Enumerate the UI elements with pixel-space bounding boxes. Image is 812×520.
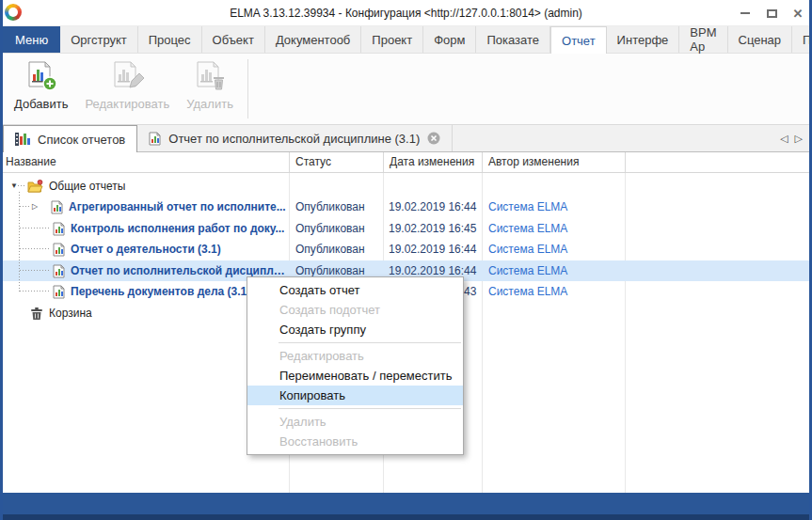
report-doc-icon: [51, 200, 63, 214]
column-header-date[interactable]: Дата изменения: [384, 152, 483, 172]
row-author-link[interactable]: Система ELMA: [483, 200, 626, 213]
tree-item-label: Перечень документов дела (3.1): [71, 285, 250, 298]
column-header-name[interactable]: Название: [0, 152, 290, 172]
row-author-link[interactable]: Система ELMA: [483, 264, 626, 277]
report-doc-icon: [53, 243, 65, 257]
maximize-icon: [767, 9, 777, 18]
report-doc-icon: [53, 222, 65, 236]
tab-otchet[interactable]: Отчет: [550, 26, 607, 54]
row-name-cell: ▼ Общие отчеты: [0, 176, 290, 197]
row-date: 19.02.2019 16:44: [384, 243, 483, 256]
column-header-status[interactable]: Статус: [290, 152, 384, 172]
add-button[interactable]: Добавить: [6, 54, 76, 124]
add-button-label: Добавить: [14, 97, 68, 111]
tab-nav: ◁ ▷: [780, 125, 803, 151]
title-bar: ELMA 3.13.12.39934 - Конфигурация <http:…: [0, 0, 812, 26]
tree-item-label: Отчет по исполнительской дисциплине (3.1…: [71, 264, 290, 277]
folder-icon: [27, 180, 43, 193]
tab-process[interactable]: Процес: [138, 26, 202, 53]
menu-item-create-subreport: Создать подотчет: [247, 300, 463, 320]
menu-item-create-group[interactable]: Создать группу: [247, 320, 463, 339]
row-date: 19.02.2019 16:45: [384, 222, 483, 235]
tab-form[interactable]: Форм: [423, 26, 476, 53]
expanded-arrow-icon[interactable]: ▼: [9, 181, 19, 191]
tab-nav-prev-icon[interactable]: ◁: [780, 133, 788, 145]
window-border-bottom: [0, 514, 812, 520]
menu-item-restore: Восстановить: [247, 432, 463, 451]
edit-button-label: Редактировать: [85, 97, 169, 111]
column-header-empty: [626, 152, 812, 172]
tree-item-label: Общие отчеты: [49, 180, 125, 193]
tree-item-label: Контроль исполнения работ по доку...: [71, 222, 284, 235]
tree-item-label: Отчет о деятельности (3.1): [71, 243, 221, 256]
table-header: Название Статус Дата изменения Автор изм…: [0, 152, 812, 173]
report-doc-icon: [149, 132, 161, 146]
row-status: Опубликован: [290, 222, 384, 235]
tree-line: [20, 291, 50, 292]
tree-row-report[interactable]: Контроль исполнения работ по доку... Опу…: [0, 218, 812, 239]
maximize-button[interactable]: [765, 7, 778, 20]
tab-dokumentoob[interactable]: Документооб: [265, 26, 361, 53]
status-bar: [0, 493, 812, 514]
menu-item-rename-move[interactable]: Переименовать / переместить: [247, 366, 463, 386]
tab-scenar[interactable]: Сценар: [728, 26, 793, 53]
minimize-button[interactable]: [739, 7, 752, 20]
tab-report-list-label: Список отчетов: [38, 133, 125, 147]
trash-icon: [30, 307, 43, 321]
row-date: 19.02.2019 16:44: [384, 264, 483, 277]
menu-item-delete: Удалить: [247, 412, 463, 432]
tab-report-discipline[interactable]: Отчет по исполнительской дисциплине (3.1…: [137, 125, 453, 151]
row-status: Опубликован: [290, 243, 384, 256]
edit-button[interactable]: Редактировать: [76, 54, 178, 124]
tab-object[interactable]: Объект: [202, 26, 265, 53]
tab-bpm-ar[interactable]: BPM Ар: [679, 26, 727, 53]
add-report-icon: [24, 60, 58, 92]
tree-item-label: Агрегированный отчет по исполните...: [69, 200, 286, 213]
tab-orgstrukt[interactable]: Оргструкт: [60, 26, 138, 53]
tab-report-discipline-label: Отчет по исполнительской дисциплине (3.1…: [168, 132, 420, 146]
row-name-cell: Отчет о деятельности (3.1): [0, 239, 290, 260]
menu-separator: [279, 342, 461, 343]
row-author-link[interactable]: Система ELMA: [483, 243, 626, 256]
menu-item-copy[interactable]: Копировать: [247, 386, 463, 405]
minimize-icon: [740, 12, 750, 14]
menu-button[interactable]: Меню: [3, 26, 60, 53]
document-tab-strip: Список отчетов Отчет по исполнительской …: [0, 124, 812, 152]
row-author-link[interactable]: Система ELMA: [483, 222, 626, 235]
tree-line: [20, 270, 50, 271]
report-doc-icon: [53, 264, 65, 278]
tree-line: [20, 228, 50, 228]
collapsed-arrow-icon[interactable]: ▷: [30, 202, 40, 212]
tab-interfe[interactable]: Интерфе: [607, 26, 680, 53]
tab-pokazate[interactable]: Показате: [476, 26, 550, 53]
row-name-cell: Контроль исполнения работ по доку...: [0, 218, 290, 239]
tab-nav-next-icon[interactable]: ▷: [795, 133, 803, 145]
menu-item-create-report[interactable]: Создать отчет: [247, 280, 463, 300]
tree-line: [20, 206, 29, 207]
window-title: ELMA 3.13.12.39934 - Конфигурация <http:…: [0, 0, 812, 26]
tree-line: [18, 185, 26, 186]
tree-row-report[interactable]: ▷ Агрегированный отчет по исполните... О…: [0, 197, 812, 217]
report-list-icon: [15, 133, 30, 146]
tab-report-list[interactable]: Список отчетов: [3, 125, 137, 152]
row-status: Опубликован: [290, 200, 384, 213]
row-status: Опубликован: [290, 264, 384, 277]
report-doc-icon: [53, 285, 65, 299]
menu-item-edit: Редактировать: [247, 346, 463, 366]
toolbar: Добавить Редактировать: [0, 54, 812, 124]
close-button[interactable]: ✕: [791, 7, 804, 20]
tree-line: [20, 248, 50, 249]
window-border-left: [0, 0, 3, 520]
row-name-cell: ▷ Агрегированный отчет по исполните...: [0, 197, 290, 217]
close-tab-icon[interactable]: [427, 132, 440, 145]
tree-row-report[interactable]: Отчет о деятельности (3.1) Опубликован 1…: [0, 239, 812, 260]
row-author-link[interactable]: Система ELMA: [483, 285, 626, 298]
context-menu: Создать отчет Создать подотчет Создать г…: [247, 276, 464, 455]
tab-proekt[interactable]: Проект: [361, 26, 423, 53]
delete-button[interactable]: Удалить: [178, 54, 242, 124]
tree-row-folder[interactable]: ▼ Общие отчеты: [0, 176, 812, 197]
app-window: ELMA 3.13.12.39934 - Конфигурация <http:…: [0, 0, 812, 520]
row-date: 19.02.2019 16:44: [384, 200, 483, 213]
column-header-author[interactable]: Автор изменения: [483, 152, 626, 172]
tree-item-label: Корзина: [49, 307, 92, 320]
